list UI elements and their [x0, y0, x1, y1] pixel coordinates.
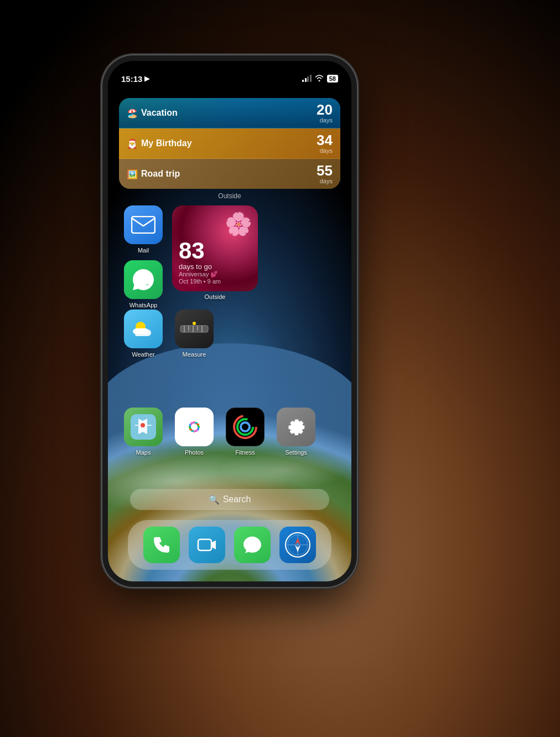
app-col-left: Mail WhatsApp [121, 205, 165, 308]
scene: 15:13 ▶ [0, 0, 560, 737]
battery-level: 58 [329, 75, 336, 82]
app-measure[interactable]: Measure [172, 310, 216, 358]
roadtrip-icon: 🖼️ [127, 169, 138, 179]
countdown-widget-caption: Outside [119, 192, 340, 200]
app-whatsapp[interactable]: WhatsApp [121, 260, 165, 308]
app-row-2: Weather [119, 310, 340, 358]
anniversary-number: 83 [179, 239, 251, 262]
fitness-label: Fitness [235, 449, 255, 456]
app-fitness[interactable]: Fitness [223, 408, 267, 456]
signal-bar-2 [305, 78, 307, 82]
dock-app-phone[interactable] [143, 527, 180, 563]
mail-label: Mail [138, 247, 149, 254]
svg-rect-0 [132, 217, 155, 233]
weather-label: Weather [132, 351, 154, 358]
search-label: Search [223, 494, 251, 504]
search-icon: 🔍 [209, 494, 220, 505]
app-maps[interactable]: Maps [121, 408, 165, 456]
wifi-icon [315, 74, 324, 83]
weather-icon [124, 310, 163, 348]
dynamic-island [195, 68, 265, 86]
dock-app-facetime[interactable] [189, 527, 225, 563]
svg-point-10 [141, 423, 145, 427]
anniversary-date: Oct 19th • 9 am [179, 278, 251, 285]
status-time: 15:13 ▶ [121, 74, 149, 84]
vacation-icon: 🏖️ [127, 108, 138, 118]
app-weather[interactable]: Weather [121, 310, 165, 358]
roadtrip-days: 55 days [317, 163, 333, 184]
svg-point-8 [193, 322, 196, 325]
signal-icon [302, 75, 312, 82]
mail-icon [124, 205, 163, 244]
vacation-label: 🏖️ Vacation [127, 108, 178, 118]
countdown-item-birthday[interactable]: 🎅 My Birthday 34 days [119, 128, 340, 159]
search-bar[interactable]: 🔍 Search [130, 489, 329, 510]
measure-icon [175, 310, 214, 348]
phone-frame: 15:13 ▶ [102, 55, 357, 587]
maps-icon [124, 408, 163, 446]
app-row-3: Maps [119, 408, 340, 456]
anniversary-title: Anniversay 💕 [179, 271, 251, 278]
home-screen-content: 🏖️ Vacation 20 days 🎅 My Birthday [108, 91, 351, 581]
dock-app-messages[interactable] [234, 527, 271, 563]
app-mail[interactable]: Mail [121, 205, 165, 254]
signal-bar-4 [310, 75, 312, 82]
countdown-item-vacation[interactable]: 🏖️ Vacation 20 days [119, 98, 340, 128]
birthday-label: 🎅 My Birthday [127, 138, 192, 149]
signal-bar-1 [302, 80, 304, 82]
location-icon: ▶ [144, 75, 149, 83]
battery-indicator: 58 [327, 75, 338, 83]
app-settings[interactable]: Settings [274, 408, 318, 456]
fitness-icon [226, 408, 265, 446]
countdown-widget[interactable]: 🏖️ Vacation 20 days 🎅 My Birthday [119, 98, 340, 189]
maps-label: Maps [136, 449, 151, 456]
time-display: 15:13 [121, 74, 142, 84]
vacation-days: 20 days [317, 102, 333, 123]
svg-point-26 [191, 424, 198, 430]
anniversary-caption: Outside [205, 293, 226, 300]
anniversary-sub: days to go [179, 262, 251, 271]
whatsapp-icon [124, 260, 163, 299]
phone-screen: 15:13 ▶ [108, 61, 351, 581]
svg-rect-31 [198, 539, 211, 550]
whatsapp-label: WhatsApp [129, 302, 158, 308]
anniversary-decoration: 🌸 [225, 211, 252, 237]
roadtrip-label: 🖼️ Road trip [127, 169, 180, 179]
app-row-1: Mail WhatsApp [119, 205, 340, 308]
anniversary-widget[interactable]: 🌸 83 days to go Anniversay 💕 Oct 19th • … [172, 205, 258, 291]
status-icons: 58 [302, 74, 338, 83]
settings-icon [277, 408, 315, 446]
signal-bar-3 [307, 76, 309, 82]
photos-label: Photos [185, 449, 204, 456]
anniversary-widget-wrap: 🌸 83 days to go Anniversay 💕 Oct 19th • … [172, 205, 258, 308]
birthday-days: 34 days [317, 133, 333, 154]
birthday-icon: 🎅 [127, 138, 138, 149]
dock-app-safari[interactable] [279, 527, 316, 563]
photos-icon [175, 408, 214, 446]
dock [128, 520, 331, 570]
app-photos[interactable]: Photos [172, 408, 216, 456]
countdown-item-roadtrip[interactable]: 🖼️ Road trip 55 days [119, 159, 340, 189]
settings-label: Settings [285, 449, 307, 456]
measure-label: Measure [183, 351, 206, 358]
